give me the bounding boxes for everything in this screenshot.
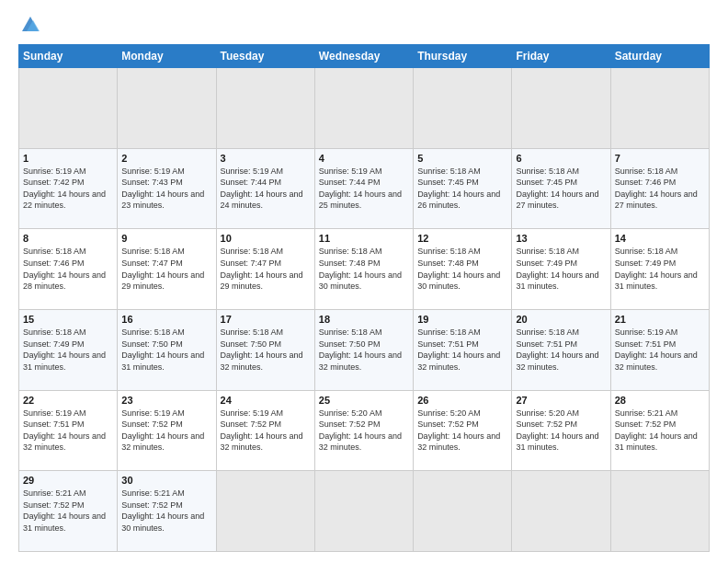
calendar-cell: 9Sunrise: 5:18 AMSunset: 7:47 PMDaylight… [118, 229, 216, 310]
day-info: Sunrise: 5:19 AMSunset: 7:42 PMDaylight:… [23, 166, 113, 212]
day-info: Sunrise: 5:19 AMSunset: 7:43 PMDaylight:… [121, 166, 211, 212]
calendar-cell: 24Sunrise: 5:19 AMSunset: 7:52 PMDayligh… [216, 390, 314, 471]
day-info: Sunrise: 5:18 AMSunset: 7:50 PMDaylight:… [121, 327, 211, 373]
day-info: Sunrise: 5:18 AMSunset: 7:46 PMDaylight:… [615, 166, 705, 212]
day-number: 22 [23, 395, 113, 406]
calendar-cell [216, 68, 314, 149]
day-info: Sunrise: 5:18 AMSunset: 7:50 PMDaylight:… [319, 327, 409, 373]
calendar-cell: 15Sunrise: 5:18 AMSunset: 7:49 PMDayligh… [19, 309, 118, 390]
day-number: 16 [121, 314, 211, 325]
calendar-cell: 6Sunrise: 5:18 AMSunset: 7:45 PMDaylight… [512, 148, 610, 229]
calendar-cell: 19Sunrise: 5:18 AMSunset: 7:51 PMDayligh… [414, 309, 512, 390]
calendar-cell: 2Sunrise: 5:19 AMSunset: 7:43 PMDaylight… [118, 148, 216, 229]
logo-icon [20, 15, 40, 35]
day-info: Sunrise: 5:21 AMSunset: 7:52 PMDaylight:… [615, 408, 705, 454]
calendar-cell: 23Sunrise: 5:19 AMSunset: 7:52 PMDayligh… [118, 390, 216, 471]
day-number: 12 [417, 233, 507, 244]
day-number: 29 [23, 475, 113, 486]
calendar-cell [314, 471, 413, 552]
day-number: 9 [121, 233, 211, 244]
day-header-monday: Monday [118, 45, 216, 68]
calendar-cell [414, 68, 512, 149]
calendar-cell [414, 471, 512, 552]
day-info: Sunrise: 5:20 AMSunset: 7:52 PMDaylight:… [417, 408, 507, 454]
day-number: 7 [615, 153, 705, 164]
day-info: Sunrise: 5:18 AMSunset: 7:49 PMDaylight:… [615, 246, 705, 292]
day-info: Sunrise: 5:18 AMSunset: 7:45 PMDaylight:… [417, 166, 507, 212]
day-header-saturday: Saturday [610, 45, 709, 68]
day-number: 1 [23, 153, 113, 164]
calendar-week-3: 15Sunrise: 5:18 AMSunset: 7:49 PMDayligh… [19, 309, 710, 390]
day-number: 4 [319, 153, 409, 164]
calendar-cell: 11Sunrise: 5:18 AMSunset: 7:48 PMDayligh… [314, 229, 413, 310]
day-number: 23 [121, 395, 211, 406]
day-info: Sunrise: 5:18 AMSunset: 7:47 PMDaylight:… [221, 246, 311, 292]
day-number: 21 [615, 314, 705, 325]
calendar-cell [314, 68, 413, 149]
day-number: 28 [615, 395, 705, 406]
day-number: 14 [615, 233, 705, 244]
calendar-cell: 12Sunrise: 5:18 AMSunset: 7:48 PMDayligh… [414, 229, 512, 310]
calendar-cell [610, 68, 709, 149]
calendar-week-5: 29Sunrise: 5:21 AMSunset: 7:52 PMDayligh… [19, 471, 710, 552]
calendar-cell: 8Sunrise: 5:18 AMSunset: 7:46 PMDaylight… [19, 229, 118, 310]
page: SundayMondayTuesdayWednesdayThursdayFrid… [0, 0, 728, 563]
calendar-cell: 16Sunrise: 5:18 AMSunset: 7:50 PMDayligh… [118, 309, 216, 390]
day-info: Sunrise: 5:19 AMSunset: 7:44 PMDaylight:… [319, 166, 409, 212]
day-info: Sunrise: 5:21 AMSunset: 7:52 PMDaylight:… [121, 488, 211, 534]
calendar-cell: 20Sunrise: 5:18 AMSunset: 7:51 PMDayligh… [512, 309, 610, 390]
day-info: Sunrise: 5:19 AMSunset: 7:44 PMDaylight:… [221, 166, 311, 212]
calendar-cell: 27Sunrise: 5:20 AMSunset: 7:52 PMDayligh… [512, 390, 610, 471]
day-number: 15 [23, 314, 113, 325]
day-info: Sunrise: 5:18 AMSunset: 7:48 PMDaylight:… [417, 246, 507, 292]
day-info: Sunrise: 5:18 AMSunset: 7:46 PMDaylight:… [23, 246, 113, 292]
day-number: 6 [516, 153, 606, 164]
day-info: Sunrise: 5:20 AMSunset: 7:52 PMDaylight:… [319, 408, 409, 454]
calendar: SundayMondayTuesdayWednesdayThursdayFrid… [18, 44, 710, 552]
calendar-cell: 26Sunrise: 5:20 AMSunset: 7:52 PMDayligh… [414, 390, 512, 471]
day-info: Sunrise: 5:19 AMSunset: 7:52 PMDaylight:… [121, 408, 211, 454]
day-header-friday: Friday [512, 45, 610, 68]
day-number: 11 [319, 233, 409, 244]
logo [18, 15, 40, 35]
calendar-cell: 17Sunrise: 5:18 AMSunset: 7:50 PMDayligh… [216, 309, 314, 390]
day-number: 13 [516, 233, 606, 244]
day-header-sunday: Sunday [19, 45, 118, 68]
calendar-cell: 29Sunrise: 5:21 AMSunset: 7:52 PMDayligh… [19, 471, 118, 552]
calendar-cell [118, 68, 216, 149]
calendar-cell: 10Sunrise: 5:18 AMSunset: 7:47 PMDayligh… [216, 229, 314, 310]
day-header-tuesday: Tuesday [216, 45, 314, 68]
day-info: Sunrise: 5:18 AMSunset: 7:47 PMDaylight:… [121, 246, 211, 292]
calendar-cell [216, 471, 314, 552]
calendar-cell: 7Sunrise: 5:18 AMSunset: 7:46 PMDaylight… [610, 148, 709, 229]
calendar-cell: 18Sunrise: 5:18 AMSunset: 7:50 PMDayligh… [314, 309, 413, 390]
day-info: Sunrise: 5:19 AMSunset: 7:52 PMDaylight:… [221, 408, 311, 454]
day-info: Sunrise: 5:18 AMSunset: 7:49 PMDaylight:… [516, 246, 606, 292]
calendar-cell: 4Sunrise: 5:19 AMSunset: 7:44 PMDaylight… [314, 148, 413, 229]
calendar-cell: 25Sunrise: 5:20 AMSunset: 7:52 PMDayligh… [314, 390, 413, 471]
day-info: Sunrise: 5:19 AMSunset: 7:51 PMDaylight:… [615, 327, 705, 373]
day-number: 20 [516, 314, 606, 325]
calendar-cell: 3Sunrise: 5:19 AMSunset: 7:44 PMDaylight… [216, 148, 314, 229]
day-number: 8 [23, 233, 113, 244]
calendar-cell: 21Sunrise: 5:19 AMSunset: 7:51 PMDayligh… [610, 309, 709, 390]
calendar-cell [610, 471, 709, 552]
day-info: Sunrise: 5:18 AMSunset: 7:51 PMDaylight:… [516, 327, 606, 373]
day-number: 26 [417, 395, 507, 406]
day-number: 18 [319, 314, 409, 325]
day-number: 17 [221, 314, 311, 325]
calendar-cell: 30Sunrise: 5:21 AMSunset: 7:52 PMDayligh… [118, 471, 216, 552]
day-number: 19 [417, 314, 507, 325]
day-info: Sunrise: 5:18 AMSunset: 7:48 PMDaylight:… [319, 246, 409, 292]
calendar-cell: 22Sunrise: 5:19 AMSunset: 7:51 PMDayligh… [19, 390, 118, 471]
day-header-thursday: Thursday [414, 45, 512, 68]
day-info: Sunrise: 5:18 AMSunset: 7:50 PMDaylight:… [221, 327, 311, 373]
day-number: 3 [221, 153, 311, 164]
day-number: 25 [319, 395, 409, 406]
day-number: 5 [417, 153, 507, 164]
calendar-cell: 14Sunrise: 5:18 AMSunset: 7:49 PMDayligh… [610, 229, 709, 310]
calendar-cell: 1Sunrise: 5:19 AMSunset: 7:42 PMDaylight… [19, 148, 118, 229]
calendar-cell [512, 68, 610, 149]
day-info: Sunrise: 5:18 AMSunset: 7:51 PMDaylight:… [417, 327, 507, 373]
calendar-week-0 [19, 68, 710, 149]
